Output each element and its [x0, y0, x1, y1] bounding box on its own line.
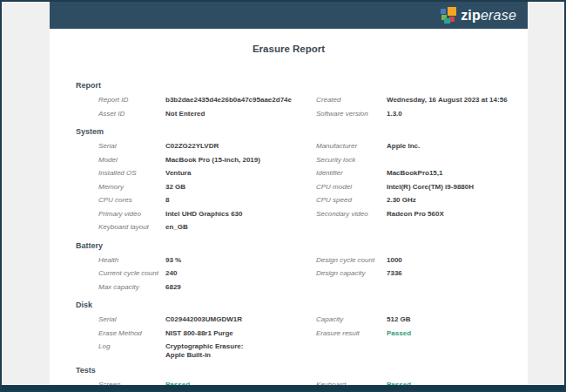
field-value: 2.30 GHz: [387, 193, 528, 207]
field-value: 6829: [165, 280, 316, 294]
field-label: Log: [98, 340, 165, 359]
field-value: 240: [165, 267, 316, 280]
erasure-result-status: Passed: [387, 327, 528, 341]
field-label: Primary video: [98, 207, 165, 221]
field-value: [387, 280, 528, 294]
field-label: Design cycle count: [316, 253, 387, 267]
field-label: Manufacturer: [316, 139, 387, 153]
section-heading-report: Report: [76, 80, 528, 91]
field-row: Keyboard layout en_GB: [98, 220, 528, 234]
field-label: [316, 280, 387, 294]
field-value: MacBookPro15,1: [387, 166, 528, 180]
field-value: 32 GB: [165, 180, 316, 194]
ziperase-logo: ziperase: [440, 7, 516, 24]
field-label: Max capacity: [98, 280, 165, 294]
field-label: Identifier: [316, 166, 387, 180]
section-disk: Disk Serial C029442003UMGDW1R Capacity 5…: [50, 300, 528, 359]
field-value: Ventura: [165, 166, 316, 180]
report-window: ziperase Erasure Report Report Report ID…: [0, 0, 566, 392]
field-value: Apple Inc.: [387, 139, 528, 153]
field-value: 93 %: [165, 253, 316, 267]
field-label: Erasure result: [316, 327, 387, 341]
field-value: Not Entered: [165, 107, 316, 121]
section-heading-system: System: [76, 126, 528, 137]
field-label: Capacity: [316, 313, 387, 327]
field-row: Memory 32 GB CPU model Intel(R) Core(TM)…: [98, 180, 528, 194]
field-label: [316, 340, 387, 359]
logo-text-zip: zip: [461, 8, 481, 23]
field-label: Serial: [98, 139, 165, 153]
field-label: Health: [98, 253, 165, 267]
field-label: Serial: [98, 313, 165, 327]
section-battery: Battery Health 93 % Design cycle count 1…: [50, 240, 528, 294]
field-value: 8: [165, 193, 316, 207]
field-label: Security lock: [316, 153, 387, 167]
field-value: Intel UHD Graphics 630: [165, 207, 316, 221]
field-label: Secondary video: [316, 207, 387, 221]
field-row: Max capacity 6829: [98, 280, 528, 294]
field-value: C02ZG22YLVDR: [165, 139, 316, 153]
section-heading-disk: Disk: [76, 300, 528, 310]
field-value: 1.3.0: [387, 107, 528, 121]
field-row: Serial C029442003UMGDW1R Capacity 512 GB: [98, 313, 528, 327]
field-row: Primary video Intel UHD Graphics 630 Sec…: [98, 207, 528, 221]
field-label: Software version: [316, 107, 387, 121]
field-row: Asset ID Not Entered Software version 1.…: [98, 107, 528, 121]
page-header: ziperase: [50, 2, 528, 29]
field-label: Erase Method: [98, 327, 165, 341]
field-row: Report ID b3b2dae2435d4e26b0a47c95aae2d7…: [98, 93, 528, 107]
field-label: CPU speed: [316, 193, 387, 207]
field-label: Current cycle count: [98, 267, 165, 280]
field-label: [316, 220, 387, 234]
field-row: Erase Method NIST 800-88r1 Purge Erasure…: [98, 327, 528, 341]
field-value: MacBook Pro (15-inch, 2019): [165, 153, 316, 167]
section-heading-tests: Tests: [76, 365, 528, 375]
field-value: 1000: [387, 253, 528, 267]
ziperase-logo-text: ziperase: [461, 8, 516, 24]
field-value: 512 GB: [387, 313, 528, 327]
window-bottom-bar: [2, 385, 564, 390]
field-row: Installed OS Ventura Identifier MacBookP…: [98, 166, 528, 180]
field-label: CPU cores: [98, 193, 165, 207]
field-value: [387, 220, 528, 234]
field-label: Asset ID: [98, 107, 165, 121]
field-label: Installed OS: [98, 166, 165, 180]
section-system: System Serial C02ZG22YLVDR Manufacturer …: [50, 126, 528, 234]
field-label: Model: [98, 153, 165, 167]
report-content: Report Report ID b3b2dae2435d4e26b0a47c9…: [50, 80, 528, 392]
field-value: Radeon Pro 560X: [387, 207, 528, 221]
ziperase-logo-icon: [440, 7, 456, 24]
field-row: Health 93 % Design cycle count 1000: [98, 253, 528, 267]
field-row: Log Cryptographic Erasure: Apple Built-i…: [98, 340, 528, 359]
field-label: Keyboard layout: [98, 220, 165, 234]
field-value: 7336: [387, 267, 528, 280]
field-label: Created: [316, 93, 387, 107]
field-value: [387, 153, 528, 167]
field-value: b3b2dae2435d4e26b0a47c95aae2d74e: [165, 93, 316, 107]
field-value: en_GB: [165, 220, 316, 234]
field-label: Report ID: [98, 93, 165, 107]
field-value: C029442003UMGDW1R: [165, 313, 316, 327]
field-value: Wednesday, 16 August 2023 at 14:56: [387, 93, 528, 107]
report-page: ziperase Erasure Report Report Report ID…: [50, 2, 528, 392]
field-value: Cryptographic Erasure: Apple Built-in: [165, 340, 316, 359]
field-label: CPU model: [316, 180, 387, 194]
section-heading-battery: Battery: [76, 240, 528, 251]
field-value: Intel(R) Core(TM) i9-9880H: [387, 180, 528, 194]
field-value: [387, 340, 528, 359]
section-report: Report Report ID b3b2dae2435d4e26b0a47c9…: [50, 80, 528, 120]
field-row: Serial C02ZG22YLVDR Manufacturer Apple I…: [98, 139, 528, 153]
field-row: CPU cores 8 CPU speed 2.30 GHz: [98, 193, 528, 207]
field-row: Model MacBook Pro (15-inch, 2019) Securi…: [98, 153, 528, 167]
field-row: Current cycle count 240 Design capacity …: [98, 267, 528, 280]
field-label: Memory: [98, 180, 165, 194]
page-title: Erasure Report: [50, 44, 528, 54]
field-value: NIST 800-88r1 Purge: [165, 327, 316, 341]
field-label: Design capacity: [316, 267, 387, 280]
logo-text-erase: erase: [481, 8, 516, 23]
